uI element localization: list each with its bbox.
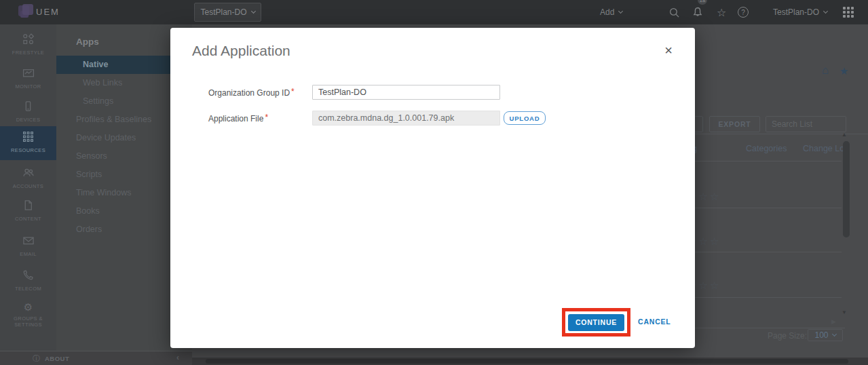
- organization-group-row: Organization Group ID*: [208, 85, 500, 100]
- scroll-up-icon[interactable]: ▲: [842, 132, 847, 138]
- submenu-header: Apps: [76, 37, 99, 47]
- required-marker: *: [265, 113, 268, 122]
- uem-console: UEM TestPlan-DO Add 18 ☆ ? TestPlan-DO: [0, 0, 868, 365]
- horizontal-scrollbar-thumb[interactable]: [206, 359, 848, 364]
- search-icon[interactable]: [668, 0, 680, 24]
- content-icon: [22, 199, 34, 211]
- info-icon: ⓘ: [33, 353, 40, 364]
- notifications-bell-icon[interactable]: 18: [692, 0, 704, 24]
- sidebar-item-monitor[interactable]: MONITOR: [0, 64, 56, 90]
- application-file-row: Application File* UPLOAD: [208, 111, 546, 126]
- collapse-sidebar-icon[interactable]: ‹: [176, 353, 179, 362]
- scroll-down-icon[interactable]: ▼: [842, 309, 847, 315]
- main-sidebar: FREESTYLE MONITOR DEVICES RESOURCES ACCO…: [0, 24, 56, 351]
- cancel-button[interactable]: CANCEL: [638, 318, 671, 326]
- telecom-icon: [22, 269, 34, 281]
- sidebar-item-resources[interactable]: RESOURCES: [0, 126, 56, 160]
- next-page-icon[interactable]: ▶: [831, 318, 836, 325]
- horizontal-scrollbar[interactable]: [192, 358, 868, 365]
- resources-icon: [22, 131, 34, 142]
- freestyle-icon: [22, 33, 34, 45]
- help-icon[interactable]: ?: [738, 0, 749, 24]
- application-file-label: Application File*: [208, 113, 312, 123]
- chevron-down-icon: [250, 9, 255, 14]
- search-list-input[interactable]: [766, 116, 846, 132]
- upload-button[interactable]: UPLOAD: [504, 111, 546, 125]
- about-bar: ⓘ ABOUT ‹: [0, 351, 192, 365]
- sidebar-item-groups-settings[interactable]: ⚙ GROUPS & SETTINGS: [0, 298, 56, 328]
- column-header-change-log[interactable]: Change Lo: [803, 144, 844, 153]
- sidebar-item-accounts[interactable]: ACCOUNTS: [0, 164, 56, 189]
- accounts-icon: [22, 167, 35, 178]
- organization-group-input[interactable]: [312, 85, 500, 100]
- account-menu[interactable]: TestPlan-DO: [773, 0, 827, 24]
- chevron-down-icon: [823, 9, 828, 14]
- chevron-down-icon: [618, 9, 623, 14]
- close-icon[interactable]: ×: [664, 43, 673, 57]
- continue-button[interactable]: CONTINUE: [568, 314, 624, 331]
- favorite-page-star-icon[interactable]: ★: [839, 65, 848, 77]
- monitor-icon: [22, 67, 35, 79]
- brand-label: UEM: [36, 7, 60, 17]
- home-icon[interactable]: ⌂: [822, 64, 829, 77]
- sidebar-item-email[interactable]: EMAIL: [0, 231, 56, 257]
- about-label[interactable]: ABOUT: [45, 355, 69, 362]
- page-size-label: Page Size:: [768, 331, 807, 341]
- sidebar-item-devices[interactable]: DEVICES: [0, 97, 56, 123]
- top-bar: UEM TestPlan-DO Add 18 ☆ ? TestPlan-DO: [0, 0, 868, 24]
- email-icon: [22, 235, 35, 246]
- devices-icon: [22, 100, 34, 112]
- application-file-input: [312, 111, 500, 126]
- sidebar-item-freestyle[interactable]: FREESTYLE: [0, 30, 56, 56]
- export-button[interactable]: EXPORT: [709, 116, 760, 132]
- organization-group-selector[interactable]: TestPlan-DO: [194, 3, 261, 22]
- page-size-select[interactable]: 100: [808, 329, 843, 341]
- add-application-modal: Add Application × Organization Group ID*…: [170, 28, 695, 348]
- chevron-down-icon: [831, 332, 836, 337]
- workspace-one-logo-icon[interactable]: [18, 4, 35, 20]
- favorites-star-icon[interactable]: ☆: [717, 0, 726, 24]
- sidebar-item-telecom[interactable]: TELECOM: [0, 266, 56, 292]
- add-menu[interactable]: Add: [600, 0, 622, 24]
- vertical-scrollbar-thumb[interactable]: [843, 141, 850, 237]
- sidebar-item-content[interactable]: CONTENT: [0, 196, 56, 222]
- modal-title: Add Application: [192, 43, 290, 59]
- notification-badge: 18: [698, 0, 707, 5]
- annotation-highlight-box: CONTINUE: [562, 308, 630, 337]
- gear-icon: ⚙: [24, 301, 33, 313]
- column-header-categories[interactable]: Categories: [746, 144, 787, 153]
- required-marker: *: [291, 87, 295, 96]
- organization-group-label: Organization Group ID*: [208, 87, 312, 98]
- app-grid-icon[interactable]: [843, 0, 854, 24]
